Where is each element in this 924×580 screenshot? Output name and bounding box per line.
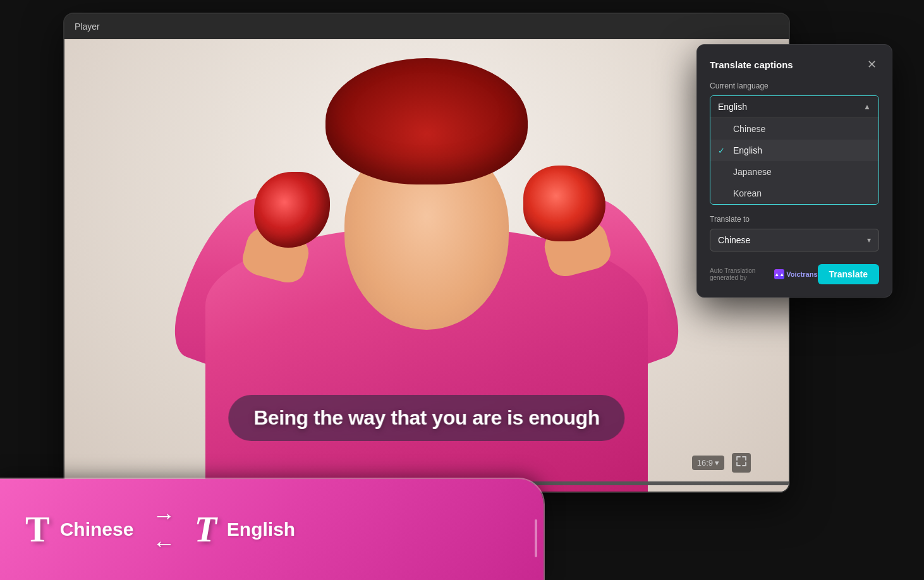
- voictrans-brand: Voictrans: [786, 270, 817, 278]
- dialog-header: Translate captions ✕: [710, 57, 879, 71]
- attribution-prefix: Auto Translation generated by: [710, 267, 772, 281]
- laptop-titlebar: Player: [64, 14, 789, 39]
- aspect-ratio-button[interactable]: 16:9 ▾: [692, 456, 724, 470]
- hat: [325, 58, 528, 184]
- source-language-label: Chinese: [60, 519, 134, 540]
- option-japanese-label: Japanese: [733, 167, 772, 177]
- option-english-label: English: [733, 145, 762, 155]
- rose-right: [523, 166, 605, 241]
- check-icon: ✓: [718, 146, 728, 155]
- translate-to-dropdown[interactable]: Chinese ▾: [710, 229, 879, 251]
- video-controls: 16:9 ▾: [692, 453, 751, 473]
- target-language-section: T English: [194, 511, 295, 548]
- dialog-title: Translate captions: [710, 59, 793, 70]
- swap-arrows[interactable]: → ←: [152, 502, 175, 557]
- chevron-up-icon: ▲: [863, 102, 871, 111]
- option-korean[interactable]: Korean: [710, 183, 878, 204]
- selected-language-text: English: [718, 102, 747, 112]
- translate-button[interactable]: Translate: [818, 264, 879, 284]
- source-t-icon: T: [25, 511, 50, 548]
- current-language-dropdown[interactable]: English ▲ Chinese ✓ English Japanese: [710, 95, 879, 205]
- dialog-footer: Auto Translation generated by ▲▲ Voictra…: [710, 264, 879, 284]
- caption-overlay: Being the way that you are is enough: [228, 395, 624, 441]
- voictrans-icon: ▲▲: [774, 269, 784, 279]
- option-english[interactable]: ✓ English: [710, 140, 878, 161]
- laptop-frame: Player Being the way that you are is eno…: [63, 13, 790, 493]
- current-language-label: Current language: [710, 82, 879, 90]
- arrow-right-icon: →: [152, 502, 175, 529]
- arrow-left-icon: ←: [152, 530, 175, 557]
- mobile-scrollbar[interactable]: [535, 519, 537, 557]
- source-language-section: T Chinese: [25, 511, 133, 548]
- fullscreen-button[interactable]: [732, 453, 751, 473]
- caption-text: Being the way that you are is enough: [253, 406, 599, 429]
- option-chinese[interactable]: Chinese: [710, 118, 878, 140]
- translate-to-section: Translate to Chinese ▾: [710, 215, 879, 251]
- player-title: Player: [75, 21, 100, 32]
- attribution: Auto Translation generated by ▲▲ Voictra…: [710, 267, 818, 281]
- close-button[interactable]: ✕: [865, 57, 879, 71]
- chevron-down-icon: ▾: [715, 458, 719, 468]
- video-area: Being the way that you are is enough 16:…: [64, 39, 789, 492]
- translate-dialog: Translate captions ✕ Current language En…: [696, 44, 892, 298]
- option-korean-label: Korean: [733, 188, 762, 198]
- mobile-content: T Chinese → ← T English: [25, 502, 518, 557]
- dropdown-selected-value[interactable]: English ▲: [710, 96, 878, 118]
- target-t-icon: T: [194, 511, 216, 548]
- video-background: Being the way that you are is enough: [64, 39, 789, 492]
- chevron-down-icon-translate: ▾: [867, 236, 871, 245]
- dropdown-options-list: Chinese ✓ English Japanese Korean: [710, 118, 878, 204]
- scene: Player Being the way that you are is eno…: [0, 0, 924, 580]
- option-japanese[interactable]: Japanese: [710, 161, 878, 183]
- option-chinese-label: Chinese: [733, 124, 765, 134]
- translate-to-value: Chinese: [718, 235, 750, 245]
- voictrans-logo: ▲▲ Voictrans: [774, 269, 817, 279]
- translate-to-label: Translate to: [710, 215, 879, 224]
- target-language-label: English: [227, 519, 295, 540]
- aspect-ratio-value: 16:9: [697, 458, 713, 468]
- mobile-bar: T Chinese → ← T English: [0, 479, 544, 580]
